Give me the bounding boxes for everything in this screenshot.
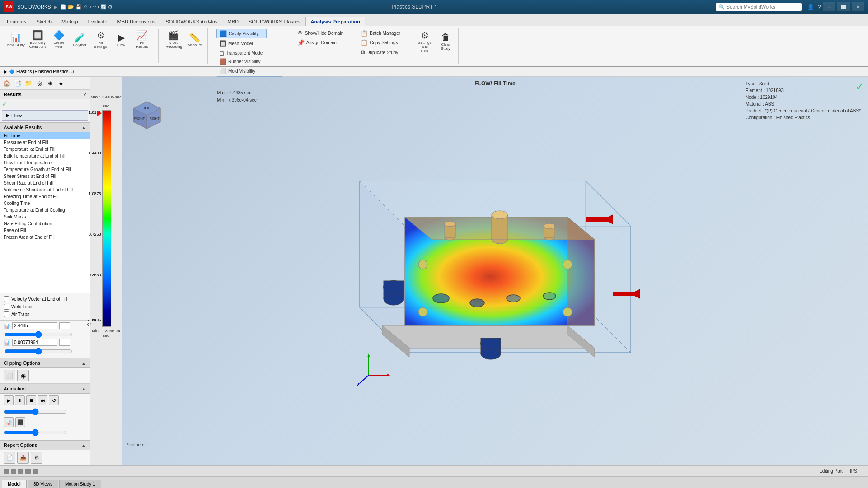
- velocity-vector-checkbox[interactable]: [4, 296, 9, 302]
- result-item-13[interactable]: Gate Filling Contribution: [0, 220, 90, 227]
- panel-tool-1[interactable]: 🏠: [2, 78, 12, 88]
- available-results-header[interactable]: Available Results ▲: [0, 122, 90, 132]
- result-item-15[interactable]: Frozen Area at End of Fill: [0, 234, 90, 241]
- clip-btn-1[interactable]: ⬜: [4, 370, 15, 381]
- weld-lines-checkbox[interactable]: [4, 304, 9, 310]
- result-item-2[interactable]: Temperature at End of Fill: [0, 146, 90, 153]
- color-scale: Max : 2.4485 sec sec 1.8121 1.4498 1.087…: [90, 77, 122, 465]
- help-icon[interactable]: ?: [818, 4, 821, 10]
- clipping-toggle-icon[interactable]: ▲: [81, 360, 86, 366]
- boundary-conditions-button[interactable]: 🔲 BoundaryConditions: [28, 29, 48, 50]
- report-options-header[interactable]: Report Options ▲: [0, 440, 90, 450]
- transparent-model-button[interactable]: ◻ Transparent Model: [216, 49, 267, 57]
- cavity-visibility-button[interactable]: 🟦 Cavity Visibility: [216, 29, 267, 38]
- num-spinner-2[interactable]: [59, 339, 70, 346]
- num-input-2[interactable]: [12, 339, 57, 346]
- tab-mbd-dimensions[interactable]: MBD Dimensions: [113, 17, 161, 26]
- batch-manager-button[interactable]: 📋 Batch Manager: [358, 29, 403, 37]
- copy-settings-button[interactable]: 📋 Copy Settings: [358, 38, 403, 47]
- tab-addins[interactable]: SOLIDWORKS Add-Ins: [161, 17, 223, 26]
- animation-slider[interactable]: [4, 408, 67, 415]
- results-toggle-icon[interactable]: ▲: [81, 125, 86, 130]
- anim-extra-1[interactable]: 📊: [4, 417, 14, 427]
- report-settings-button[interactable]: ⚙: [31, 452, 42, 464]
- close-button[interactable]: ✕: [852, 2, 864, 11]
- result-item-9[interactable]: Freezing Time at End of Fill: [0, 193, 90, 200]
- report-save-button[interactable]: 📄: [4, 452, 15, 464]
- result-item-10[interactable]: Cooling Time: [0, 200, 90, 207]
- animation-toggle-icon[interactable]: ▲: [81, 386, 86, 391]
- duplicate-study-button[interactable]: ⧉ Duplicate Study: [358, 48, 403, 57]
- restore-button[interactable]: ⬜: [837, 2, 850, 11]
- anim-extra-2[interactable]: ⬛: [15, 417, 25, 427]
- search-box[interactable]: 🔍: [716, 3, 802, 11]
- report-export-button[interactable]: 📤: [17, 452, 29, 464]
- new-study-button[interactable]: 📊 New Study: [5, 31, 27, 48]
- tab-motion-study[interactable]: Motion Study 1: [59, 480, 101, 488]
- fill-settings-button[interactable]: ⚙ FillSettings: [91, 29, 111, 50]
- tab-markup[interactable]: Markup: [56, 17, 83, 26]
- flow-button[interactable]: ▶ Flow: [2, 110, 88, 121]
- mesh-model-button[interactable]: 🔲 Mesh Model: [216, 39, 267, 48]
- result-item-4[interactable]: Flow Front Temperature: [0, 159, 90, 166]
- panel-tool-3[interactable]: 📁: [23, 78, 33, 88]
- mold-icon: ⬜: [219, 68, 226, 74]
- anim-play-button[interactable]: ▶: [4, 395, 14, 405]
- tab-3d-views[interactable]: 3D Views: [28, 480, 58, 488]
- search-input[interactable]: [727, 4, 799, 9]
- result-item-8[interactable]: Volumetric Shrinkage at End of Fill: [0, 186, 90, 193]
- animation-header[interactable]: Animation ▲: [0, 384, 90, 394]
- result-item-0[interactable]: Fill Time: [0, 132, 90, 139]
- video-recording-button[interactable]: 🎬 VideoRecording: [164, 29, 184, 50]
- num-input-1[interactable]: [12, 322, 57, 329]
- create-mesh-button[interactable]: 🔷 CreateMesh: [49, 29, 69, 50]
- anim-stop-button[interactable]: ⏹: [26, 395, 36, 405]
- tab-mbd[interactable]: MBD: [222, 17, 243, 26]
- video-label: VideoRecording: [166, 41, 182, 49]
- animation-slider-2[interactable]: [4, 429, 67, 436]
- num-spinner-1[interactable]: [59, 322, 70, 329]
- air-traps-checkbox[interactable]: [4, 311, 9, 317]
- result-item-1[interactable]: Pressure at End of Fill: [0, 139, 90, 146]
- result-item-3[interactable]: Bulk Temperature at End of Fill: [0, 153, 90, 159]
- tab-evaluate[interactable]: Evaluate: [83, 17, 113, 26]
- tab-features[interactable]: Features: [2, 17, 31, 26]
- anim-extra-buttons: 📊 ⬛: [4, 417, 86, 427]
- num-slider-1[interactable]: [5, 331, 72, 338]
- report-toggle-icon[interactable]: ▲: [81, 442, 86, 448]
- result-item-7[interactable]: Shear Rate at End of Fill: [0, 180, 90, 186]
- mold-visibility-button[interactable]: ⬜ Mold Visibility: [216, 67, 283, 75]
- panel-tool-5[interactable]: ⊕: [45, 78, 55, 88]
- num-slider-2[interactable]: [5, 348, 72, 355]
- clipping-options-header[interactable]: Clipping Options ▲: [0, 358, 90, 368]
- tab-analysis-preparation[interactable]: Analysis Preparation: [305, 17, 365, 26]
- result-item-12[interactable]: Sink Marks: [0, 214, 90, 220]
- result-item-11[interactable]: Temperature at End of Cooling: [0, 207, 90, 214]
- panel-tool-2[interactable]: 📑: [13, 78, 23, 88]
- anim-pause-button[interactable]: ⏸: [15, 395, 25, 405]
- assign-domain-button[interactable]: 📌 Assign Domain: [295, 38, 347, 47]
- anim-loop-button[interactable]: ↺: [49, 395, 59, 405]
- runner-visibility-button[interactable]: 🟫 Runner Visibility: [216, 57, 283, 66]
- tab-model[interactable]: Model: [2, 480, 27, 488]
- user-icon[interactable]: 👤: [807, 4, 814, 10]
- flow-button[interactable]: ▶ Flow: [112, 31, 131, 48]
- anim-slider-row: [4, 408, 86, 415]
- measure-button[interactable]: 📏 Measure: [185, 31, 205, 48]
- clear-study-button[interactable]: 🗑 ClearStudy: [436, 31, 455, 51]
- result-item-14[interactable]: Ease of Fill: [0, 227, 90, 234]
- panel-tool-4[interactable]: ◎: [34, 78, 44, 88]
- tab-sketch[interactable]: Sketch: [31, 17, 56, 26]
- anim-step-fwd-button[interactable]: ⏭: [38, 395, 47, 405]
- show-hide-domain-button[interactable]: 👁 Show/Hide Domain: [295, 29, 347, 37]
- result-item-5[interactable]: Temperature Growth at End of Fill: [0, 166, 90, 173]
- polymer-button[interactable]: 🧪 Polymer: [70, 31, 90, 48]
- result-item-6[interactable]: Shear Stress at End of Fill: [0, 173, 90, 180]
- fill-results-button[interactable]: 📈 FillResults: [132, 29, 152, 50]
- settings-help-button[interactable]: ⚙ SettingsandHelp: [415, 29, 435, 54]
- minimize-button[interactable]: ─: [823, 2, 835, 11]
- panel-tool-6[interactable]: ★: [56, 78, 66, 88]
- clip-btn-2[interactable]: ◉: [17, 370, 29, 381]
- help-question[interactable]: ?: [83, 92, 86, 97]
- tab-plastics[interactable]: SOLIDWORKS Plastics: [244, 17, 306, 26]
